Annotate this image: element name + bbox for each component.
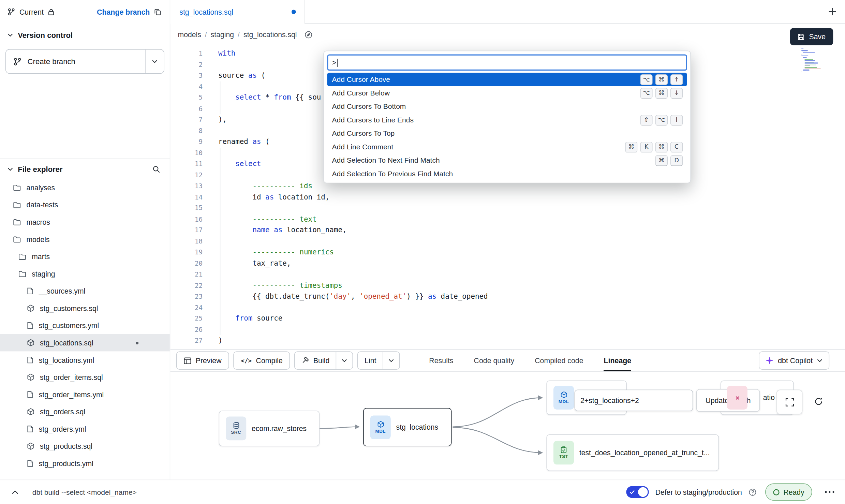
file-item-stg_orders.sql[interactable]: stg_orders.sql <box>0 403 170 420</box>
save-button[interactable]: Save <box>790 28 833 45</box>
model-cube-icon <box>27 373 34 381</box>
code-line-25[interactable]: 25 from source <box>170 313 845 324</box>
search-icon[interactable] <box>152 165 160 173</box>
code-line-19[interactable]: 19 ---------- numerics <box>170 247 845 258</box>
palette-item-add-selection-to-previous-find-match[interactable]: Add Selection To Previous Find Match <box>327 167 687 181</box>
git-branch-icon <box>14 57 22 65</box>
code-line-21[interactable]: 21 <box>170 269 845 280</box>
code-line-22[interactable]: 22 ---------- timestamps <box>170 280 845 291</box>
palette-item-add-selection-to-next-find-match[interactable]: Add Selection To Next Find Match⌘D <box>327 153 687 167</box>
file-item-stg_customers.sql[interactable]: stg_customers.sql <box>0 300 170 317</box>
breadcrumb-models[interactable]: models <box>178 31 201 39</box>
chevron-down-icon <box>8 167 13 171</box>
file-item-__sources.yml[interactable]: __sources.yml <box>0 282 170 300</box>
file-explorer-header[interactable]: File explorer <box>0 159 170 177</box>
shortcut-key: D <box>670 155 683 166</box>
copy-icon[interactable] <box>154 8 161 15</box>
view-tab-compiled-code[interactable]: Compiled code <box>535 350 583 371</box>
palette-item-add-cursors-to-line-ends[interactable]: Add Cursors to Line Ends⇧⌥I <box>327 113 687 127</box>
file-item-marts[interactable]: marts <box>0 248 170 265</box>
folder-icon <box>13 184 21 191</box>
lineage-selector-input[interactable] <box>575 390 693 411</box>
status-circle-icon <box>773 489 780 496</box>
lineage-node-test[interactable]: TST test_does_location_opened_at_trunc_t… <box>546 434 719 471</box>
dbt-copilot-button[interactable]: dbt Copilot <box>759 351 829 370</box>
palette-item-add-cursors-to-top[interactable]: Add Cursors To Top <box>327 127 687 140</box>
new-tab-button[interactable] <box>828 8 836 16</box>
code-line-27[interactable]: 27) <box>170 335 845 346</box>
file-item-data-tests[interactable]: data-tests <box>0 196 170 213</box>
preview-button[interactable]: Preview <box>176 351 229 370</box>
defer-label: Defer to staging/production <box>655 488 742 496</box>
file-item-stg_locations.yml[interactable]: stg_locations.yml <box>0 351 170 369</box>
file-item-stg_orders.yml[interactable]: stg_orders.yml <box>0 420 170 438</box>
node-label: test_does_location_opened_at_trunc_t... <box>579 449 710 457</box>
lineage-node-stg-locations[interactable]: MDL stg_locations <box>363 408 451 446</box>
file-item-label: stg_order_items.sql <box>40 373 103 381</box>
lineage-node-ecom-raw-stores[interactable]: SRC ecom.raw_stores <box>219 411 320 446</box>
code-line-24[interactable]: 24 <box>170 302 845 313</box>
code-line-14[interactable]: 14 id as location_id, <box>170 192 845 203</box>
change-branch-link[interactable]: Change branch <box>97 8 150 16</box>
code-line-26[interactable]: 26 <box>170 324 845 335</box>
file-item-models[interactable]: models <box>0 231 170 248</box>
code-line-15[interactable]: 15 <box>170 203 845 213</box>
version-control-header[interactable]: Version control <box>0 24 170 45</box>
create-branch-dropdown[interactable] <box>145 49 164 73</box>
refresh-button[interactable] <box>806 390 831 414</box>
chevron-down-icon <box>817 359 822 362</box>
compile-button[interactable]: </> Compile <box>233 351 290 370</box>
file-item-label: stg_locations.sql <box>40 339 93 347</box>
compass-icon[interactable] <box>305 31 313 39</box>
chevron-up-icon[interactable] <box>12 490 18 494</box>
file-item-label: stg_orders.sql <box>40 408 85 416</box>
overflow-menu-button[interactable] <box>822 488 836 496</box>
code-line-17[interactable]: 17 name as location_name, <box>170 225 845 236</box>
file-item-stg_order_items.yml[interactable]: stg_order_items.yml <box>0 386 170 403</box>
view-tab-lineage[interactable]: Lineage <box>604 350 632 371</box>
command-palette-input[interactable]: > <box>327 55 687 71</box>
lineage-canvas[interactable]: SRC ecom.raw_stores MDL stg_locations MD… <box>170 372 845 479</box>
code-line-18[interactable]: 18 <box>170 236 845 247</box>
build-dropdown[interactable] <box>336 352 353 369</box>
palette-item-add-cursor-above[interactable]: Add Cursor Above⌥⌘↑ <box>327 73 687 86</box>
save-label: Save <box>809 33 826 41</box>
unsaved-dot <box>136 342 138 344</box>
breadcrumb-file[interactable]: stg_locations.sql <box>243 31 297 39</box>
view-tab-code-quality[interactable]: Code quality <box>474 350 515 371</box>
palette-item-add-line-comment[interactable]: Add Line Comment⌘K⌘C <box>327 140 687 154</box>
file-item-stg_customers.yml[interactable]: stg_customers.yml <box>0 317 170 334</box>
build-command[interactable]: dbt build --select <model_name> <box>32 488 137 496</box>
lint-dropdown[interactable] <box>383 352 399 369</box>
create-branch-button[interactable]: Create branch <box>5 49 164 74</box>
lint-button[interactable]: Lint <box>357 351 400 370</box>
ready-status-badge[interactable]: Ready <box>765 484 812 501</box>
folder-icon <box>18 270 27 278</box>
model-badge: MDL <box>553 386 574 410</box>
view-tab-results[interactable]: Results <box>429 350 453 371</box>
palette-item-add-cursors-to-bottom[interactable]: Add Cursors To Bottom <box>327 100 687 113</box>
code-line-23[interactable]: 23 {{ dbt.date_trunc('day', 'opened_at')… <box>170 291 845 302</box>
file-item-label: stg_products.yml <box>39 459 93 468</box>
code-line-20[interactable]: 20 tax_rate, <box>170 258 845 269</box>
defer-toggle[interactable] <box>626 486 649 498</box>
help-icon[interactable] <box>748 488 757 496</box>
palette-item-add-cursor-below[interactable]: Add Cursor Below⌥⌘↓ <box>327 86 687 100</box>
fullscreen-button[interactable] <box>776 390 802 415</box>
file-item-stg_locations.sql[interactable]: stg_locations.sql <box>0 334 170 352</box>
file-explorer-section: File explorer analysesdata-testsmacrosmo… <box>0 159 170 472</box>
file-item-label: __sources.yml <box>39 287 85 295</box>
breadcrumb-staging[interactable]: staging <box>211 31 234 39</box>
file-item-stg_products.yml[interactable]: stg_products.yml <box>0 455 170 472</box>
editor-panel: stg_locations.sql models / staging / stg… <box>170 0 845 480</box>
file-item-macros[interactable]: macros <box>0 213 170 231</box>
minimap[interactable] <box>801 48 821 73</box>
tab-stg-locations-sql[interactable]: stg_locations.sql <box>170 0 305 24</box>
file-item-stg_order_items.sql[interactable]: stg_order_items.sql <box>0 369 170 386</box>
file-item-staging[interactable]: staging <box>0 265 170 283</box>
file-item-stg_products.sql[interactable]: stg_products.sql <box>0 438 170 455</box>
file-item-analyses[interactable]: analyses <box>0 179 170 196</box>
code-line-16[interactable]: 16 ---------- text <box>170 214 845 225</box>
shortcut-key: ⌘ <box>655 88 668 99</box>
build-button[interactable]: Build <box>295 351 353 370</box>
